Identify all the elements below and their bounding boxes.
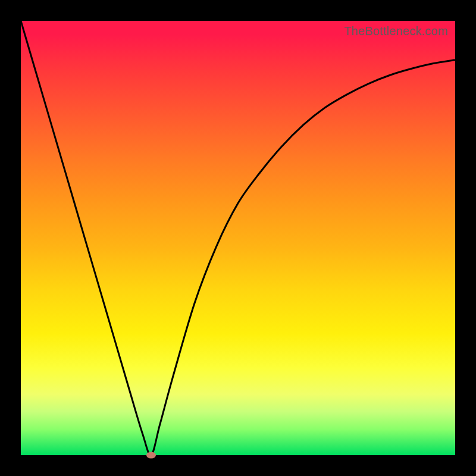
chart-plot-area: TheBottleneck.com bbox=[21, 21, 455, 455]
watermark-text: TheBottleneck.com bbox=[344, 24, 448, 38]
optimum-marker bbox=[146, 452, 156, 459]
bottleneck-curve bbox=[21, 21, 455, 455]
chart-curve-layer bbox=[21, 21, 455, 455]
chart-frame: TheBottleneck.com bbox=[0, 0, 476, 476]
